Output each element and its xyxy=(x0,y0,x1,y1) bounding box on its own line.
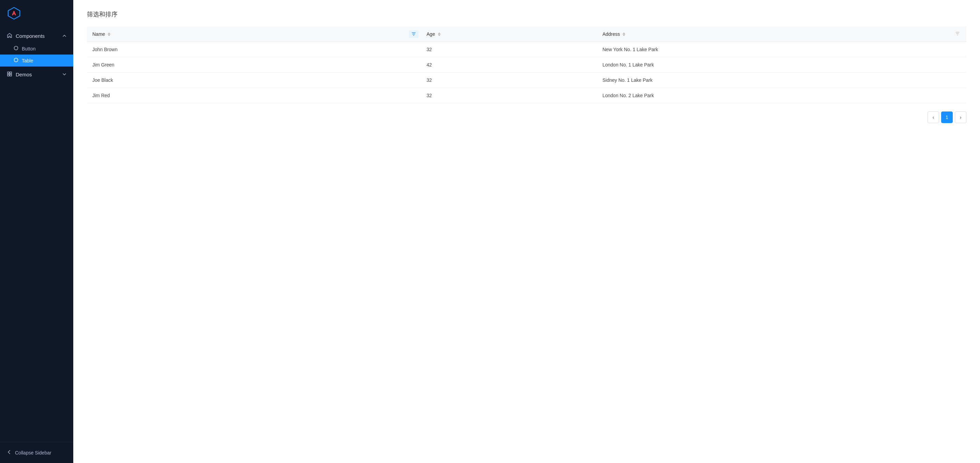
table-row: Jim Green42London No. 1 Lake Park xyxy=(87,57,966,73)
svg-point-2 xyxy=(14,46,18,50)
table-row: Joe Black32Sidney No. 1 Lake Park xyxy=(87,73,966,88)
svg-rect-5 xyxy=(10,72,11,73)
tag-icon-table xyxy=(14,57,18,64)
table-row: John Brown32New York No. 1 Lake Park xyxy=(87,42,966,57)
collapse-label: Collapse Sidebar xyxy=(15,450,51,455)
table-header-row: Name xyxy=(87,27,966,42)
chevron-up-icon xyxy=(62,33,67,39)
data-table: Name xyxy=(87,27,966,103)
pagination-prev-button[interactable]: ‹ xyxy=(928,112,939,123)
pagination: ‹ 1 › xyxy=(87,112,966,123)
sort-up-age-icon[interactable] xyxy=(438,32,441,34)
pagination-next-button[interactable]: › xyxy=(955,112,966,123)
sort-icon-address[interactable] xyxy=(622,32,625,36)
column-address-label: Address xyxy=(603,31,620,37)
column-header-name: Name xyxy=(87,27,421,42)
column-age-label: Age xyxy=(426,31,435,37)
prev-icon: ‹ xyxy=(932,115,934,120)
sidebar: Components Button xyxy=(0,0,73,463)
sidebar-bottom: Collapse Sidebar xyxy=(0,442,73,463)
sidebar-group-demos-header[interactable]: Demos xyxy=(0,68,73,81)
column-name-label: Name xyxy=(92,31,105,37)
sort-down-age-icon[interactable] xyxy=(438,34,441,36)
pagination-page-1-button[interactable]: 1 xyxy=(941,112,953,123)
sidebar-group-demos-label: Demos xyxy=(16,72,32,77)
cell-address-2: Sidney No. 1 Lake Park xyxy=(597,73,966,88)
sort-icon-name[interactable] xyxy=(108,32,110,36)
page-1-label: 1 xyxy=(946,115,948,120)
svg-point-3 xyxy=(14,58,18,62)
filter-button-name[interactable] xyxy=(409,30,418,38)
cell-age-2: 32 xyxy=(421,73,597,88)
sort-up-address-icon[interactable] xyxy=(622,32,625,34)
sort-down-address-icon[interactable] xyxy=(622,34,625,36)
sort-down-icon[interactable] xyxy=(108,34,110,36)
main-content: 筛选和排序 Name xyxy=(73,0,980,463)
sidebar-group-components: Components Button xyxy=(0,29,73,67)
filter-button-address[interactable] xyxy=(953,30,962,38)
cell-age-3: 32 xyxy=(421,88,597,103)
svg-rect-6 xyxy=(8,74,9,76)
logo-area xyxy=(0,0,73,27)
svg-rect-7 xyxy=(10,74,11,76)
cell-address-3: London No. 2 Lake Park xyxy=(597,88,966,103)
sidebar-group-demos: Demos xyxy=(0,68,73,81)
cell-name-3: Jim Red xyxy=(87,88,421,103)
sort-up-icon[interactable] xyxy=(108,32,110,34)
tag-icon-button xyxy=(14,46,18,51)
home-icon xyxy=(7,33,12,39)
svg-rect-4 xyxy=(8,72,9,73)
column-header-address: Address xyxy=(597,27,966,42)
sidebar-item-table[interactable]: Table xyxy=(0,54,73,67)
chevron-down-icon xyxy=(62,72,67,77)
app-logo xyxy=(7,6,21,21)
cell-name-1: Jim Green xyxy=(87,57,421,73)
sidebar-nav: Components Button xyxy=(0,27,73,442)
collapse-arrow-icon xyxy=(7,450,11,455)
section-title: 筛选和排序 xyxy=(87,10,966,18)
sidebar-group-components-label: Components xyxy=(16,33,45,39)
sidebar-item-table-label: Table xyxy=(22,58,33,64)
grid-icon xyxy=(7,71,12,78)
sidebar-group-components-header[interactable]: Components xyxy=(0,29,73,43)
cell-name-0: John Brown xyxy=(87,42,421,57)
cell-age-1: 42 xyxy=(421,57,597,73)
cell-address-0: New York No. 1 Lake Park xyxy=(597,42,966,57)
sort-icon-age[interactable] xyxy=(438,32,441,36)
cell-address-1: London No. 1 Lake Park xyxy=(597,57,966,73)
cell-name-2: Joe Black xyxy=(87,73,421,88)
column-header-age: Age xyxy=(421,27,597,42)
sidebar-item-button[interactable]: Button xyxy=(0,43,73,54)
cell-age-0: 32 xyxy=(421,42,597,57)
table-body: John Brown32New York No. 1 Lake ParkJim … xyxy=(87,42,966,103)
sidebar-item-button-label: Button xyxy=(22,46,35,51)
next-icon: › xyxy=(960,115,962,120)
collapse-sidebar-button[interactable]: Collapse Sidebar xyxy=(7,448,67,458)
table-row: Jim Red32London No. 2 Lake Park xyxy=(87,88,966,103)
